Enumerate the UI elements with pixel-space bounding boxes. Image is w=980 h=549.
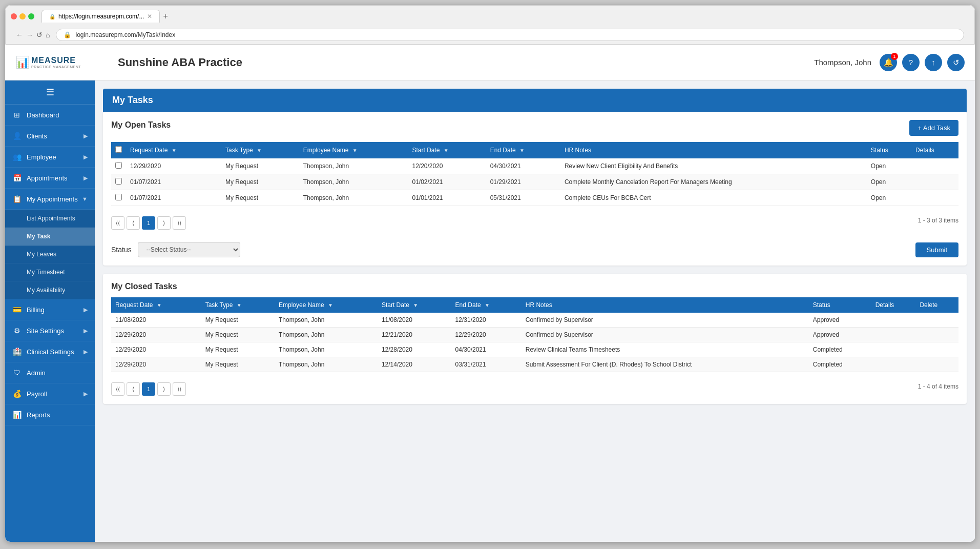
sidebar-item-clinical-settings[interactable]: 🏥 Clinical Settings ▶ [5, 341, 95, 362]
open-col-employee-name[interactable]: Employee Name ▼ [299, 142, 408, 158]
open-row-hr-notes-1: Complete Monthly Cancelation Report For … [560, 174, 867, 190]
active-tab[interactable]: 🔒 https://login.measurepm.com/... ✕ [41, 10, 160, 23]
open-row-details-2[interactable] [911, 190, 958, 206]
closed-row-request-date-2: 12/29/2020 [111, 342, 201, 357]
add-task-button[interactable]: + Add Task [909, 120, 958, 136]
address-bar-url[interactable]: login.measurepm.com/MyTask/Index [75, 31, 956, 38]
closed-row-hr-notes-0: Confirmed by Supervisor [522, 313, 809, 328]
closed-col-hr-notes[interactable]: HR Notes [522, 297, 809, 313]
open-row-checkbox-2[interactable] [115, 194, 122, 200]
closed-col-end-date[interactable]: End Date ▼ [451, 297, 522, 313]
open-prev-page[interactable]: ⟨ [127, 216, 140, 230]
closed-next-page[interactable]: ⟩ [157, 382, 171, 396]
home-button[interactable]: ⌂ [46, 31, 50, 39]
closed-row-delete-0[interactable] [915, 313, 958, 328]
forward-button[interactable]: → [26, 31, 33, 39]
open-row-end-date-1: 01/29/2021 [486, 174, 560, 190]
closed-last-page[interactable]: ⟩⟩ [173, 382, 186, 396]
employee-icon: 👥 [12, 153, 22, 161]
closed-first-page[interactable]: ⟨⟨ [111, 382, 124, 396]
open-next-page[interactable]: ⟩ [157, 216, 171, 230]
upload-button[interactable]: ↑ [925, 54, 942, 71]
closed-col-task-type[interactable]: Task Type ▼ [201, 297, 275, 313]
tab-favicon: 🔒 [49, 14, 55, 19]
sidebar-subitem-my-task[interactable]: My Task [5, 228, 95, 246]
closed-row-details-1[interactable] [871, 328, 916, 342]
sidebar-item-site-settings[interactable]: ⚙ Site Settings ▶ [5, 320, 95, 341]
sidebar-subitem-my-timesheet[interactable]: My Timesheet [5, 263, 95, 281]
closed-col-request-date[interactable]: Request Date ▼ [111, 297, 201, 313]
closed-prev-page[interactable]: ⟨ [127, 382, 140, 396]
open-col-start-date[interactable]: Start Date ▼ [408, 142, 486, 158]
sidebar-item-dashboard[interactable]: ⊞ Dashboard [5, 105, 95, 126]
refresh-button[interactable]: ↺ [947, 54, 965, 71]
open-col-hr-notes[interactable]: HR Notes [560, 142, 867, 158]
open-row-checkbox-0[interactable] [115, 162, 122, 169]
logo-subtext: PRACTICE MANAGEMENT [31, 65, 81, 69]
closed-row-details-2[interactable] [871, 342, 916, 357]
open-tasks-pagination: ⟨⟨ ⟨ 1 ⟩ ⟩⟩ [111, 216, 186, 230]
open-col-status[interactable]: Status [867, 142, 911, 158]
closed-col-employee-name[interactable]: Employee Name ▼ [275, 297, 378, 313]
closed-tasks-pagination-info: 1 - 4 of 4 items [918, 383, 958, 390]
sidebar-item-admin[interactable]: 🛡 Admin [5, 362, 95, 383]
open-tasks-checkbox-header [111, 142, 126, 158]
closed-row-task-type-0: My Request [201, 313, 275, 328]
sidebar-item-payroll[interactable]: 💰 Payroll ▶ [5, 383, 95, 404]
closed-col-status[interactable]: Status [809, 297, 871, 313]
tab-close-button[interactable]: ✕ [147, 13, 152, 20]
closed-row-status-2: Completed [809, 342, 871, 357]
closed-page-1[interactable]: 1 [142, 382, 155, 396]
closed-row-details-0[interactable] [871, 313, 916, 328]
open-col-end-date[interactable]: End Date ▼ [486, 142, 560, 158]
closed-col-details[interactable]: Details [871, 297, 916, 313]
sidebar-subitem-my-availability[interactable]: My Availability [5, 281, 95, 299]
open-col-details[interactable]: Details [911, 142, 958, 158]
open-last-page[interactable]: ⟩⟩ [173, 216, 186, 230]
status-select[interactable]: --Select Status-- Open Closed [138, 242, 240, 257]
closed-row-status-3: Completed [809, 357, 871, 372]
closed-row-details-3[interactable] [871, 357, 916, 372]
closed-row-end-date-1: 12/29/2020 [451, 328, 522, 342]
select-all-open-checkbox[interactable] [115, 146, 122, 153]
sidebar-item-employee[interactable]: 👥 Employee ▶ [5, 147, 95, 168]
closed-row-delete-1[interactable] [915, 328, 958, 342]
sidebar-subitem-my-leaves[interactable]: My Leaves [5, 246, 95, 263]
reload-button[interactable]: ↺ [36, 31, 43, 39]
logo-area: 📊 MEASURE PRACTICE MANAGEMENT [15, 56, 108, 69]
new-tab-button[interactable]: + [163, 12, 168, 21]
closed-row-delete-2[interactable] [915, 342, 958, 357]
open-col-task-type[interactable]: Task Type ▼ [221, 142, 299, 158]
closed-row-delete-3[interactable] [915, 357, 958, 372]
sidebar-item-my-appointments[interactable]: 📋 My Appointments ▼ [5, 189, 95, 210]
sidebar-item-reports[interactable]: 📊 Reports [5, 404, 95, 425]
payroll-chevron: ▶ [84, 391, 88, 397]
closed-col-delete[interactable]: Delete [915, 297, 958, 313]
open-row-details-0[interactable] [911, 158, 958, 174]
clinical-settings-icon: 🏥 [12, 348, 22, 356]
dot-green [28, 13, 34, 19]
back-button[interactable]: ← [16, 31, 23, 39]
open-row-checkbox-1[interactable] [115, 178, 122, 185]
open-first-page[interactable]: ⟨⟨ [111, 216, 124, 230]
closed-row-request-date-1: 12/29/2020 [111, 328, 201, 342]
submit-button[interactable]: Submit [915, 242, 958, 257]
open-col-request-date[interactable]: Request Date ▼ [126, 142, 221, 158]
help-button[interactable]: ? [902, 54, 920, 71]
sidebar-item-billing[interactable]: 💳 Billing ▶ [5, 299, 95, 320]
sidebar-item-clients[interactable]: 👤 Clients ▶ [5, 126, 95, 147]
closed-row-start-date-0: 11/08/2020 [378, 313, 451, 328]
notifications-button[interactable]: 🔔 1 [880, 54, 897, 71]
open-row-details-1[interactable] [911, 174, 958, 190]
site-settings-icon: ⚙ [12, 327, 22, 335]
closed-tasks-body: 11/08/2020 My Request Thompson, John 11/… [111, 313, 958, 372]
logo-icon: 📊 [15, 56, 29, 69]
closed-row-employee-name-3: Thompson, John [275, 357, 378, 372]
sidebar-subitem-list-appointments[interactable]: List Appointments [5, 210, 95, 228]
sidebar-item-appointments[interactable]: 📅 Appointments ▶ [5, 168, 95, 189]
open-row-request-date-0: 12/29/2020 [126, 158, 221, 174]
open-row-start-date-0: 12/20/2020 [408, 158, 486, 174]
sidebar-toggle[interactable]: ☰ [5, 80, 95, 105]
closed-col-start-date[interactable]: Start Date ▼ [378, 297, 451, 313]
open-page-1[interactable]: 1 [142, 216, 155, 230]
